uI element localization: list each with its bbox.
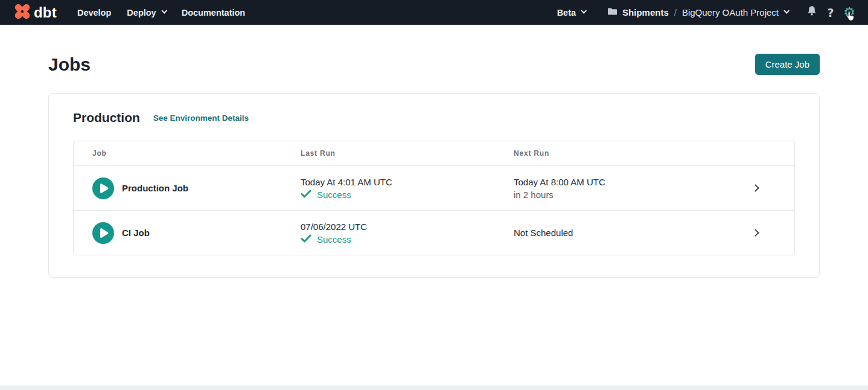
last-run-status: Success <box>301 190 514 200</box>
dbt-logo-icon <box>13 2 31 23</box>
last-run-status: Success <box>301 234 514 245</box>
column-header-next-run: Next Run <box>514 149 731 158</box>
question-mark-icon: ? <box>827 6 834 19</box>
last-run-time: Today At 4:01 AM UTC <box>301 177 514 187</box>
run-job-play-button[interactable] <box>92 177 114 199</box>
nav-links: Develop Deploy Documentation <box>77 8 245 18</box>
table-row-ci-job[interactable]: CI Job 07/06/2022 UTC Success Not Sch <box>74 210 794 255</box>
next-run-cell: Today At 8:00 AM UTC in 2 hours <box>514 177 731 200</box>
last-run-cell: Today At 4:01 AM UTC Success <box>301 177 514 200</box>
nav-item-documentation[interactable]: Documentation <box>182 8 246 18</box>
jobs-table-header: Job Last Run Next Run <box>74 141 794 165</box>
jobs-table: Job Last Run Next Run Production Job Tod… <box>73 141 795 255</box>
column-header-job: Job <box>92 149 301 158</box>
notifications-bell-button[interactable] <box>804 4 820 22</box>
breadcrumb: Shipments / BigQuery OAuth Project <box>607 7 788 18</box>
navbar-right: Beta Shipments / BigQuery OAuth Project <box>557 4 857 22</box>
breadcrumb-separator: / <box>674 7 677 18</box>
page-title: Jobs <box>48 54 91 75</box>
run-job-play-button[interactable] <box>92 222 114 244</box>
job-name: CI Job <box>122 228 150 238</box>
top-navbar: dbt Develop Deploy Documentation Beta <box>0 0 868 25</box>
next-run-note: in 2 hours <box>514 190 731 200</box>
breadcrumb-project-label: BigQuery OAuth Project <box>682 7 779 18</box>
job-cell: CI Job <box>92 222 301 244</box>
column-header-last-run: Last Run <box>301 149 514 158</box>
chevron-down-icon <box>783 8 790 14</box>
environment-name: Production <box>73 110 140 125</box>
next-run-time: Today At 8:00 AM UTC <box>514 177 731 187</box>
checkmark-icon <box>301 234 311 245</box>
chevron-down-icon <box>161 8 167 14</box>
chevron-right-icon[interactable] <box>752 229 759 237</box>
page-header: Jobs Create Job <box>48 54 820 75</box>
dbt-logo-text: dbt <box>34 5 57 20</box>
nav-item-develop-label: Develop <box>77 8 111 18</box>
environment-header: Production See Environment Details <box>73 110 795 125</box>
environment-card: Production See Environment Details Job L… <box>48 93 820 278</box>
nav-item-deploy[interactable]: Deploy <box>127 8 165 18</box>
settings-gear-button[interactable]: ⚙ <box>841 4 857 22</box>
job-cell: Production Job <box>92 177 301 199</box>
help-button[interactable]: ? <box>823 4 838 22</box>
bottom-scrollbar-track[interactable] <box>0 385 868 390</box>
checkmark-icon <box>301 190 311 200</box>
row-chevron-cell <box>731 185 776 191</box>
status-label: Success <box>317 190 351 200</box>
nav-item-deploy-label: Deploy <box>127 8 156 18</box>
breadcrumb-project-dropdown[interactable]: BigQuery OAuth Project <box>682 7 788 18</box>
nav-item-develop[interactable]: Develop <box>77 8 111 18</box>
last-run-time: 07/06/2022 UTC <box>301 222 514 232</box>
create-job-button[interactable]: Create Job <box>755 54 820 75</box>
job-name: Production Job <box>122 183 188 193</box>
row-chevron-cell <box>731 230 776 235</box>
main-content: Jobs Create Job Production See Environme… <box>0 54 868 278</box>
last-run-cell: 07/06/2022 UTC Success <box>301 222 514 245</box>
see-environment-details-link[interactable]: See Environment Details <box>153 113 249 123</box>
beta-label: Beta <box>557 8 576 18</box>
gear-icon: ⚙ <box>843 6 855 19</box>
chevron-down-icon <box>581 8 587 14</box>
breadcrumb-account-label: Shipments <box>622 7 669 18</box>
chevron-right-icon[interactable] <box>752 184 759 192</box>
breadcrumb-account[interactable]: Shipments <box>607 7 669 18</box>
dbt-logo[interactable]: dbt <box>13 2 57 23</box>
beta-dropdown[interactable]: Beta <box>557 8 586 18</box>
folder-icon <box>607 7 617 18</box>
nav-item-documentation-label: Documentation <box>182 8 246 18</box>
bell-icon <box>806 5 817 19</box>
status-label: Success <box>317 234 351 245</box>
next-run-cell: Not Scheduled <box>514 228 731 238</box>
table-row-production-job[interactable]: Production Job Today At 4:01 AM UTC Succ… <box>74 165 794 210</box>
next-run-time: Not Scheduled <box>514 228 731 238</box>
